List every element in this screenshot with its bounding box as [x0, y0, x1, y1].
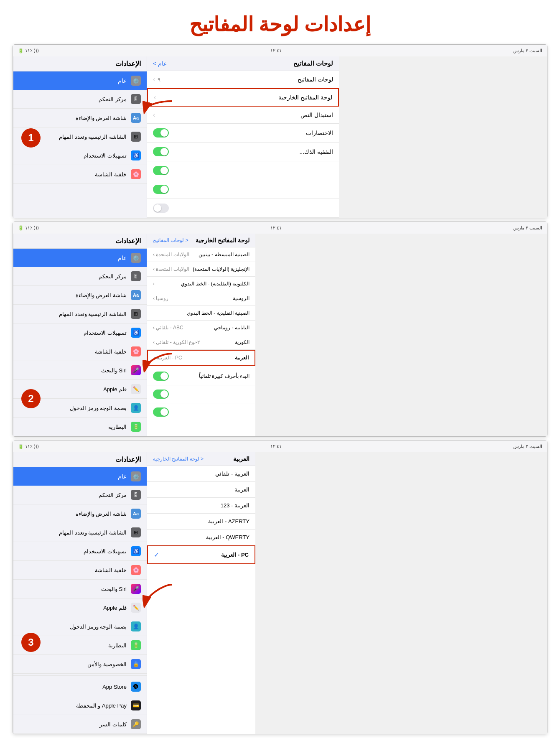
sidebar-accessibility-1[interactable]: ♿ تسهيلات الاستخدام	[13, 146, 147, 165]
arabic-pc-item-selected[interactable]: PC - العربية ✓	[147, 545, 255, 564]
sidebar-display-1[interactable]: Aa شاشة العرض والإضاءة	[13, 109, 147, 127]
empty-col-2	[255, 234, 547, 436]
arabic-header-3: العربية < لوحة المفاتيح الخارجية	[147, 452, 255, 466]
screenshot-panel-3: 3 🔋 ١١٪ ⟩⟩⟩ ١٢:٤١ السبت ٢ مارس الإعدادات…	[13, 440, 547, 734]
arabic-qwerty-item[interactable]: QWERTY - العربية	[147, 530, 255, 545]
home-icon-3: ⊞	[131, 527, 141, 537]
extra-toggle-row-2a[interactable]	[147, 385, 255, 403]
settings-col-3: الإعدادات ⚙️ عام 🎛 مركز التحكم Aa شاشة ا…	[13, 452, 147, 734]
sidebar-control-1[interactable]: 🎛 مركز التحكم	[13, 90, 147, 109]
celtic-item[interactable]: الكلتونية (التقليدية) - الخط البدوي ‹	[147, 277, 255, 291]
arrow-1	[143, 99, 176, 117]
sidebar-wallpaper-3[interactable]: 🌸 خلفية الشاشة	[13, 561, 147, 580]
access-icon-2: ♿	[131, 328, 141, 338]
battery-icon-3: 🔋	[131, 640, 141, 650]
sidebar-passwords-3[interactable]: 🔑 كلمات السر	[13, 715, 147, 734]
wallet-icon-3: 💳	[131, 700, 141, 710]
badge-1: 1	[21, 128, 41, 148]
shortcuts-item-1[interactable]: الاختصارات	[147, 124, 339, 143]
sidebar-general-1[interactable]: ⚙️ عام	[13, 71, 147, 90]
extra-toggle-2[interactable]	[153, 185, 169, 194]
bottom-text-area: When your keyboard characters do not mat…	[0, 742, 560, 746]
sidebar-general-2[interactable]: ⚙️ عام	[13, 249, 147, 267]
english-us-item[interactable]: الإنجليزية (الولايات المتحدة) الولايات ا…	[147, 262, 255, 277]
gear-icon-1: ⚙️	[131, 76, 141, 86]
item-extra-1[interactable]	[147, 161, 339, 180]
divider-3	[13, 675, 147, 676]
faceid-icon-2: 👤	[131, 403, 141, 413]
display-icon-3: Aa	[131, 509, 141, 519]
keyboard-header-1: لوحات المفاتيح عام >	[147, 56, 339, 71]
appstore-icon-3: 🅐	[131, 682, 141, 692]
wallpaper-icon-2: 🌸	[131, 346, 141, 356]
sidebar-access-2[interactable]: ♿ تسهيلات الاستخدام	[13, 323, 147, 342]
chinese-trad-item[interactable]: الصينية التقليدية - الخط البدوي	[147, 306, 255, 321]
autocorrect-toggle-1[interactable]	[153, 147, 169, 156]
extra-toggle-3[interactable]	[153, 204, 169, 213]
faceid-icon-3: 👤	[131, 621, 141, 631]
access-icon-1: ♿	[131, 150, 141, 160]
siri-icon-2: 🎤	[131, 365, 141, 375]
arrow-2	[143, 351, 176, 374]
shortcuts-toggle-1[interactable]	[153, 128, 169, 137]
status-bar-1: 🔋 ١١٪ ⟩⟩⟩ ١٢:٤١ السبت ٢ مارس	[13, 45, 547, 56]
page-wrapper: إعدادات لوحة المفاتيح 1	[0, 0, 560, 746]
keyboards-item-1[interactable]: لوحات المفاتيح ٩ ›	[147, 71, 339, 88]
arabic-auto-item[interactable]: العربية - تلقائي	[147, 466, 255, 482]
toggle-2b[interactable]	[153, 407, 169, 417]
screenshot-panel-2: 2 🔋 ١١٪ ⟩⟩⟩ ١٢:٤١ السبت ٢ مارس الإعدادات…	[13, 222, 547, 437]
display-icon-1: Aa	[131, 113, 141, 123]
arabic-123-item[interactable]: العربية - 123	[147, 498, 255, 514]
japanese-item[interactable]: اليابانية - روماجي ABC - تلقائي ›	[147, 321, 255, 335]
sidebar-access-3[interactable]: ♿ تسهيلات الاستخدام	[13, 542, 147, 561]
privacy-icon-3: 🔒	[131, 659, 141, 669]
autocorrect-item-1[interactable]: التقفيه الذك...	[147, 143, 339, 161]
toggle-2a[interactable]	[153, 390, 169, 399]
gear-icon-2: ⚙️	[131, 253, 141, 263]
sidebar-display-2[interactable]: Aa شاشة العرض والإضاءة	[13, 286, 147, 305]
sidebar-display-3[interactable]: Aa شاشة العرض والإضاءة	[13, 504, 147, 523]
extra-toggle-row-2b[interactable]	[147, 403, 255, 421]
password-icon-3: 🔑	[131, 719, 141, 729]
control-icon-2: 🎛	[131, 271, 141, 281]
settings-header-3: الإعدادات	[13, 452, 147, 467]
badge-2: 2	[21, 389, 41, 408]
panel2-inner: الإعدادات ⚙️ عام 🎛 مركز التحكم Aa شاشة ا…	[13, 234, 547, 436]
access-icon-3: ♿	[131, 546, 141, 556]
sidebar-pencil-3[interactable]: ✏️ قلم Apple	[13, 598, 147, 617]
sidebar-general-3[interactable]: ⚙️ عام	[13, 467, 147, 486]
empty-col-3	[255, 452, 547, 734]
sidebar-siri-3[interactable]: 🎤 Siri والبحث	[13, 580, 147, 598]
screenshot-panel-1: 1 🔋 ١١٪ ⟩⟩⟩ ١٢:٤١ السبت ٢ مارس الإعدادات	[13, 44, 547, 218]
sidebar-siri-2[interactable]: 🎤 Siri والبحث	[13, 361, 147, 380]
wallpaper-icon-3: 🌸	[131, 565, 141, 575]
ext-keyboard-header-2: لوحة المفاتيح الخارجية < لوحات المفاتيح	[147, 234, 255, 247]
badge-3: 3	[21, 633, 41, 652]
extra-toggle-1[interactable]	[153, 166, 169, 175]
korean-item[interactable]: الكورية ٢-نوع الكورية - تلقائي ›	[147, 335, 255, 350]
arabic-azerty-item[interactable]: AZERTY - العربية	[147, 514, 255, 530]
item-extra-3[interactable]	[147, 199, 339, 218]
item-extra-2[interactable]	[147, 180, 339, 199]
status-bar-2: 🔋 ١١٪ ⟩⟩⟩ ١٢:٤١ السبت ٢ مارس	[13, 222, 547, 234]
arrow-3	[143, 583, 176, 609]
chinese-simple-item[interactable]: الصينية المبسطة - بينيين الولايات المتحد…	[147, 247, 255, 262]
sidebar-wallet-3[interactable]: 💳 Apple Pay و المحفظة	[13, 696, 147, 715]
sidebar-home-3[interactable]: ⊞ الشاشة الرئيسية وتعدد المهام	[13, 523, 147, 542]
sidebar-privacy-3[interactable]: 🔒 الخصوصية والأمن	[13, 655, 147, 674]
sidebar-wallpaper-1[interactable]: 🌸 خلفية الشاشة	[13, 165, 147, 184]
panel1-inner: الإعدادات ⚙️ عام 🎛 مركز التحكم Aa شاشة ا…	[13, 56, 547, 218]
sidebar-control-3[interactable]: 🎛 مركز التحكم	[13, 486, 147, 504]
russian-item[interactable]: الروسية روسيا ›	[147, 291, 255, 306]
sidebar-battery-2[interactable]: 🔋 البطارية	[13, 418, 147, 436]
sidebar-wallpaper-2[interactable]: 🌸 خلفية الشاشة	[13, 342, 147, 361]
pencil-icon-3: ✏️	[131, 603, 141, 613]
arabic-plain-item[interactable]: العربية	[147, 482, 255, 498]
sidebar-control-2[interactable]: 🎛 مركز التحكم	[13, 267, 147, 286]
wallpaper-icon-1: 🌸	[131, 169, 141, 179]
panel3-inner: الإعدادات ⚙️ عام 🎛 مركز التحكم Aa شاشة ا…	[13, 452, 547, 734]
sidebar-home-2[interactable]: ⊞ الشاشة الرئيسية وتعدد المهام	[13, 305, 147, 323]
keyboard-col-1: لوحات المفاتيح عام > لوحات المفاتيح ٩ › …	[147, 56, 339, 218]
sidebar-appstore-3[interactable]: 🅐 App Store	[13, 677, 147, 696]
ext-keyboard-col-2: لوحة المفاتيح الخارجية < لوحات المفاتيح …	[147, 234, 255, 436]
